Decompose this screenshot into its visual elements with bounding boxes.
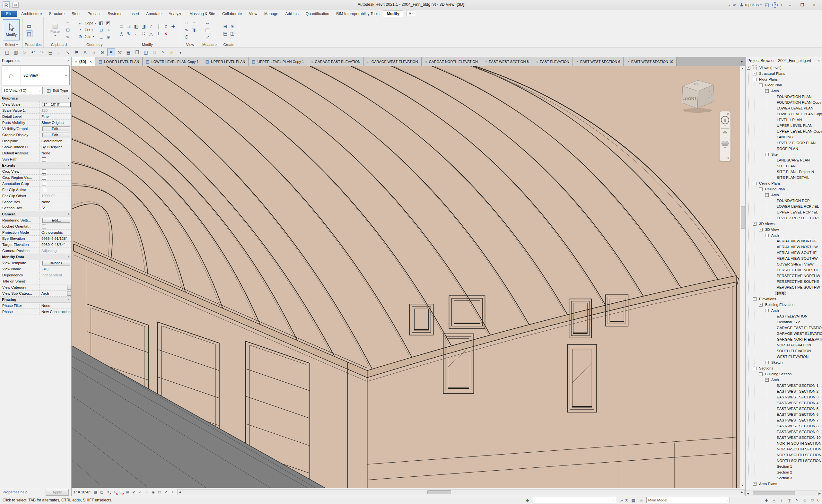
tree-item-roof-plan[interactable]: ROOF PLAN <box>746 146 822 151</box>
scroll-right-icon[interactable]: ▶ <box>740 491 744 494</box>
view-scale-label[interactable]: 1" = 10'-0" <box>73 490 90 494</box>
navbar-minimize-icon[interactable]: ⊖ <box>726 156 729 160</box>
tree-item-elevation-1-c[interactable]: Elevation 1 - c <box>746 319 822 325</box>
tree-item-aerial-view-southw[interactable]: AERIAL VIEW SOUTHW <box>746 256 822 261</box>
ribbon-tab-insert[interactable]: Insert <box>126 11 142 17</box>
tree-collapse-icon[interactable]: − <box>753 182 757 185</box>
tree-item-east-west-section-7[interactable]: EAST-WEST SECTION 7 <box>746 417 822 423</box>
tree-item-perspective-northe[interactable]: PERSPECTIVE NORTHE <box>746 267 822 273</box>
tree-item-level-1-plan[interactable]: LEVEL 1 PLAN <box>746 117 822 123</box>
tree-collapse-icon[interactable]: − <box>753 482 757 486</box>
orbit-tool-icon[interactable] <box>722 141 729 146</box>
tree-item-building-section[interactable]: −Building Section <box>746 371 822 377</box>
trim-extend-icon[interactable]: ⌐ <box>133 30 139 37</box>
ribbon-tab-bim-interoperability-tools[interactable]: BIM Interoperability Tools <box>333 11 383 17</box>
tree-item-arch[interactable]: −Arch <box>746 377 822 383</box>
tree-collapse-icon[interactable]: − <box>759 187 763 191</box>
collapse-arrow-icon[interactable]: ‹ <box>169 489 175 495</box>
restore-button[interactable]: ❐ <box>798 2 807 8</box>
property-value[interactable]: Show Original <box>40 120 71 125</box>
tree-item-site-plan-detail[interactable]: SITE PLAN DETAIL <box>746 175 822 180</box>
default-3d-view-icon[interactable]: ⌂ <box>90 48 98 56</box>
align-icon[interactable]: ≣ <box>118 23 124 29</box>
zoom-tool-icon[interactable]: ⊕ <box>723 130 727 135</box>
tree-item-foundation-plan[interactable]: FOUNDATION PLAN <box>746 94 822 99</box>
tree-item-east-west-section-3[interactable]: EAST-WEST SECTION 3 <box>746 394 822 400</box>
ribbon-tab-quantification[interactable]: Quantification <box>302 11 333 17</box>
wall-joins-icon[interactable]: ⊔ <box>98 27 104 33</box>
tree-item-site[interactable]: −Site <box>746 151 822 157</box>
tree-item-level-2-floor-plan[interactable]: LEVEL 2 FLOOR PLAN <box>746 140 822 146</box>
family-types-icon[interactable]: ▤ <box>26 23 32 29</box>
tree-item-perspective-southw[interactable]: PERSPECTIVE SOUTHW <box>746 285 822 290</box>
unpin-icon[interactable]: ↥ <box>163 23 169 29</box>
tree-item-north-south-section-4[interactable]: NORTH-SOUTH SECTION 4 <box>746 458 822 464</box>
tree-item-east-elevation[interactable]: EAST ELEVATION <box>746 313 822 319</box>
copy-to-clipboard-icon[interactable]: ⊡ <box>65 27 71 33</box>
vertical-scroll-thumb[interactable] <box>741 206 745 228</box>
scale-icon[interactable]: △ <box>148 30 154 37</box>
detail-level-icon[interactable]: ▩ <box>92 489 98 495</box>
tree-item-north-south-section-2[interactable]: NORTH-SOUTH SECTION 2 <box>746 446 822 452</box>
cut-to-clipboard-icon[interactable]: ✂ <box>65 20 71 26</box>
tree-expand-icon[interactable]: + <box>765 361 769 364</box>
close-hidden-windows-icon[interactable]: × <box>159 48 167 56</box>
select-by-face-icon[interactable]: ◫ <box>786 497 792 503</box>
show-crop-region-icon[interactable]: ⊞ <box>124 489 130 495</box>
property-value[interactable]: Edit... <box>40 132 71 138</box>
tree-item-3d-views[interactable]: −3D Views <box>746 221 822 226</box>
ribbon-tab-annotate[interactable]: Annotate <box>142 11 165 17</box>
warnings-icon[interactable]: ⚠ <box>168 48 175 56</box>
collapse-section-icon[interactable]: « <box>67 164 70 166</box>
create-group-icon[interactable]: ⊞ <box>222 23 228 30</box>
worksharing-display-icon[interactable]: ◈ <box>150 489 156 495</box>
ribbon-tab-precast[interactable]: Precast <box>84 11 104 17</box>
sheet-icon[interactable]: □ <box>150 48 158 56</box>
hide-icon[interactable]: ∅ <box>183 34 189 40</box>
customize-qat-icon[interactable]: ▾ <box>176 48 184 56</box>
section-phasing[interactable]: Phasing« <box>0 297 71 303</box>
tree-collapse-icon[interactable]: − <box>753 222 757 226</box>
view-tab-upper-level-plan[interactable]: ▤UPPER LEVEL PLAN <box>202 57 249 66</box>
tree-item-east-west-section-6[interactable]: EAST-WEST SECTION 6 <box>746 412 822 417</box>
collapse-section-icon[interactable]: « <box>67 299 70 300</box>
ribbon-tab-add-ins[interactable]: Add-Ins <box>282 11 302 17</box>
property-edit-button[interactable]: <None> <box>42 261 70 266</box>
shadows-icon[interactable]: ◑ <box>112 489 117 495</box>
tree-collapse-icon[interactable]: − <box>765 193 769 197</box>
property-value[interactable]: ✓ <box>40 205 71 211</box>
tree-item-structural-plans[interactable]: +Structural Plans <box>746 71 822 76</box>
tree-item-section-1[interactable]: Section 1 <box>746 464 822 469</box>
browser-scroll-left-icon[interactable]: ◀ <box>746 492 750 495</box>
tree-item-floor-plan[interactable]: −Floor Plan <box>746 82 822 88</box>
properties-palette-icon[interactable]: ◫ <box>26 30 32 37</box>
browser-horizontal-scrollbar[interactable]: ◀ ▶ <box>746 491 822 496</box>
view-tab-east-west-section-8[interactable]: ◔EAST-WEST SECTION 8 <box>481 57 532 66</box>
active-workset-select[interactable]: ⌄ <box>533 497 616 503</box>
tree-item-site-plan-project-n[interactable]: SITE PLAN - Project N <box>746 169 822 175</box>
sun-path-icon[interactable]: ☀ <box>105 489 111 495</box>
tree-item-arch[interactable]: −Arch <box>746 88 822 94</box>
worksets-icon[interactable]: ◆ <box>525 497 530 503</box>
join-geometry-row[interactable]: ⊕Join▾ <box>77 34 96 40</box>
tree-item-level-2-rcp-electri[interactable]: LEVEL 2 RCP / ELECTRI <box>746 215 822 221</box>
help-icon[interactable]: ? <box>772 2 778 8</box>
offset-icon[interactable]: ⇉ <box>126 23 132 29</box>
select-pinned-icon[interactable]: ⊺ <box>779 497 784 503</box>
demolish-icon[interactable]: ⌁ <box>105 27 111 33</box>
property-value[interactable]: None <box>40 150 71 156</box>
property-value[interactable]: New Construction <box>40 309 71 315</box>
tree-item-perspective-southe[interactable]: PERSPECTIVE SOUTHE <box>746 279 822 285</box>
tree-collapse-icon[interactable]: − <box>759 303 763 307</box>
tree-item-garage-east-elevation[interactable]: GARAGE EAST ELEVATION <box>746 325 822 331</box>
displace-elements-icon[interactable]: ↗ <box>163 489 169 495</box>
design-options-icon[interactable]: ▦ <box>630 497 636 503</box>
property-value[interactable] <box>40 187 71 192</box>
view-tab--3d-[interactable]: ⌂{3D}× <box>72 57 95 66</box>
tree-collapse-icon[interactable]: − <box>765 234 769 237</box>
scroll-up-icon[interactable]: ▲ <box>740 66 745 71</box>
property-browse-button[interactable] <box>67 291 71 296</box>
tree-item-arch[interactable]: −Arch <box>746 192 822 198</box>
tree-item-section-3[interactable]: Section 3 <box>746 475 822 481</box>
wheel-caret-icon[interactable]: ▾ <box>724 124 726 127</box>
